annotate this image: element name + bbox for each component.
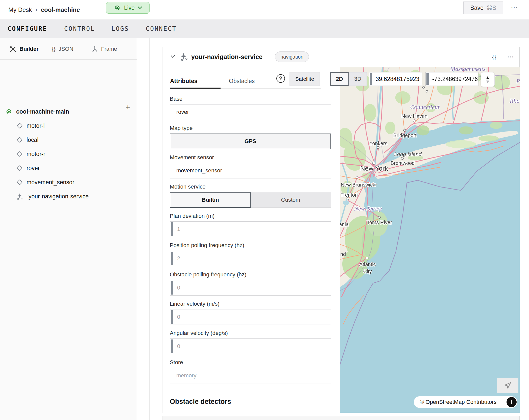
obstacle-polling-label: Obstacle polling frequency (hz) — [170, 272, 331, 278]
sidebar-item-rover[interactable]: rover — [0, 162, 126, 174]
movement-sensor-label: Movement sensor — [170, 154, 331, 161]
tab-configure[interactable]: CONFIGURE — [8, 19, 47, 38]
tab-connect[interactable]: CONNECT — [146, 19, 177, 38]
service-type-badge: navigation — [275, 51, 309, 62]
angular-velocity-input-wrap — [170, 338, 331, 354]
map-label-brentwood: Brentwood — [391, 160, 415, 166]
position-polling-label: Position polling frequency (hz) — [170, 242, 331, 248]
latitude-input-wrap — [369, 72, 422, 86]
info-icon[interactable]: i — [507, 397, 517, 407]
latitude-input[interactable] — [369, 72, 422, 86]
sidebar-item-movement-sensor[interactable]: movement_sensor — [0, 176, 126, 188]
tab-control[interactable]: CONTROL — [64, 19, 95, 38]
base-input[interactable] — [170, 104, 331, 120]
plan-deviation-label: Plan deviation (m) — [170, 213, 331, 219]
tab-obstacles[interactable]: Obstacles — [229, 78, 255, 85]
map-type-label: Map type — [170, 125, 331, 131]
component-icon — [17, 123, 23, 129]
save-button[interactable]: Save ⌘S — [463, 2, 503, 14]
map-label-new-jersey: New Jersey — [354, 205, 382, 212]
breadcrumb-current: cool-machine — [41, 6, 80, 13]
plan-deviation-input[interactable] — [170, 222, 331, 237]
sidebar-item-your-navigation-service[interactable]: your-navigation-service — [0, 190, 126, 202]
movement-sensor-input[interactable] — [170, 163, 331, 178]
machine-tree-root[interactable]: cool-machine-main — [0, 106, 137, 117]
motion-custom-option[interactable]: Custom — [251, 192, 331, 207]
component-icon — [17, 137, 23, 143]
overflow-menu-button[interactable]: ⋯ — [511, 3, 518, 11]
sidebar-item-motor-l[interactable]: motor-l — [0, 120, 126, 132]
view-2d-button[interactable]: 2D — [330, 72, 349, 86]
tab-logs[interactable]: LOGS — [111, 19, 129, 38]
save-label: Save — [470, 5, 484, 11]
config-sidebar: Builder {} JSON Frame — [0, 38, 137, 420]
save-shortcut: ⌘S — [487, 5, 496, 11]
linear-velocity-input-wrap — [170, 309, 331, 325]
mode-builder[interactable]: Builder — [10, 38, 39, 60]
live-broadcast-icon — [113, 4, 121, 12]
attribution-text[interactable]: © OpenStreetMap Contributors — [420, 399, 497, 405]
service-sparkle-icon — [16, 193, 24, 200]
motion-service-label: Motion service — [170, 184, 331, 190]
add-component-button[interactable]: + — [123, 103, 132, 112]
map-label-yonkers: Yonkers — [369, 141, 387, 146]
angular-velocity-input[interactable] — [170, 339, 331, 354]
obstacle-detectors-heading: Obstacle detectors — [170, 398, 231, 406]
live-status-dropdown[interactable]: Live — [106, 2, 150, 14]
position-polling-input[interactable] — [170, 251, 331, 266]
plan-deviation-input-wrap — [170, 221, 331, 237]
tab-attributes[interactable]: Attributes — [170, 78, 198, 85]
linear-velocity-label: Linear velocity (m/s) — [170, 301, 331, 307]
store-input[interactable] — [170, 368, 331, 383]
next-card-edge — [162, 416, 520, 420]
map-label-new-york: New York — [360, 165, 388, 172]
map-label-bridgeport: Bridgeport — [393, 133, 417, 138]
obstacle-polling-input[interactable] — [170, 280, 331, 295]
collapse-chevron-icon[interactable] — [170, 54, 176, 59]
tools-icon — [10, 46, 16, 52]
map-label-toms-river: Toms River — [367, 220, 392, 225]
component-icon — [17, 165, 23, 171]
json-view-button[interactable]: {} — [492, 54, 496, 61]
view-3d-button[interactable]: 3D — [349, 72, 367, 86]
mode-frame[interactable]: Frame — [91, 38, 117, 60]
breadcrumb-separator-icon: › — [35, 7, 37, 13]
sidebar-item-local[interactable]: local — [0, 134, 126, 146]
mode-json-label: JSON — [59, 46, 74, 52]
attributes-form: Base Map type GPS Movement sensor Motion… — [170, 96, 331, 389]
top-bar: My Desk › cool-machine Live Save ⌘S ⋯ — [0, 0, 529, 19]
panel-divider — [149, 38, 150, 420]
navigation-arrow-icon — [504, 382, 512, 389]
map-label-new-brunswick: New Brunswick — [341, 182, 376, 188]
navigation-map[interactable]: New Haven Bridgeport Yonkers Long Island… — [340, 67, 520, 413]
map-attribution: © OpenStreetMap Contributors i — [414, 396, 517, 408]
map-label-new-haven: New Haven — [401, 113, 427, 119]
motion-builtin-option[interactable]: Builtin — [170, 192, 251, 208]
help-icon[interactable]: ? — [276, 74, 285, 83]
motion-service-segmented: Builtin Custom — [170, 192, 331, 208]
component-icon — [17, 151, 23, 157]
longitude-input[interactable] — [426, 72, 478, 86]
obstacle-polling-input-wrap — [170, 280, 331, 296]
map-label-trenton: Trenton — [341, 192, 358, 198]
mode-json[interactable]: {} JSON — [52, 38, 73, 60]
position-polling-input-wrap — [170, 251, 331, 266]
frame-axes-icon — [91, 46, 98, 52]
machine-name: cool-machine-main — [16, 108, 69, 115]
breadcrumb-parent[interactable]: My Desk — [8, 6, 32, 13]
base-label: Base — [170, 96, 331, 102]
step-down-icon[interactable]: ▼ — [485, 79, 490, 84]
zoom-stepper[interactable]: ▲ ▼ — [481, 72, 495, 87]
service-sparkle-icon — [179, 52, 188, 61]
store-label: Store — [170, 359, 331, 365]
sidebar-item-motor-r[interactable]: motor-r — [0, 148, 126, 160]
map-type-gps-button[interactable]: GPS — [170, 134, 331, 149]
locate-button[interactable] — [497, 378, 518, 393]
braces-icon: {} — [52, 46, 56, 52]
live-label: Live — [124, 5, 135, 11]
map-label-city: City — [363, 269, 372, 274]
linear-velocity-input[interactable] — [170, 309, 331, 325]
card-overflow-button[interactable]: ⋯ — [507, 53, 514, 61]
map-label-pennsylvania: Pennsylvania — [340, 222, 349, 227]
satellite-toggle-button[interactable]: Satellite — [290, 72, 320, 86]
